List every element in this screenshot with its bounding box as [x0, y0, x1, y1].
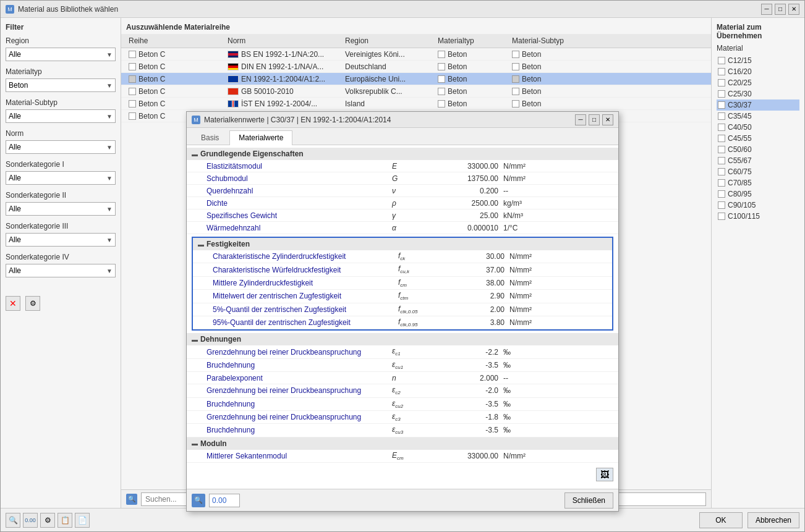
- prop-value: 30.00: [448, 252, 509, 261]
- prop-name: Wärmedehnzahl: [207, 224, 392, 232]
- prop-unit: ‰: [503, 386, 540, 395]
- prop-name: Spezifisches Gewicht: [207, 211, 392, 220]
- prop-name: Bruchdehnung: [207, 361, 392, 369]
- prop-symbol: ν: [392, 187, 441, 195]
- prop-symbol: γ: [392, 211, 441, 220]
- property-row: Wärmedehnzahl α 0.000010 1/°C: [187, 222, 618, 234]
- prop-value: -3.5: [441, 400, 503, 408]
- section-header[interactable]: ▬Grundlegende Eigenschaften: [187, 148, 618, 160]
- prop-symbol: G: [392, 174, 441, 183]
- prop-name: Grenzdehnung bei reiner Druckbeanspruchu…: [207, 348, 392, 357]
- prop-unit: 1/°C: [503, 224, 540, 232]
- modal-image-area: 🖼: [187, 463, 618, 486]
- property-row: 95%-Quantil der zentrischen Zugfestigkei…: [193, 316, 612, 329]
- prop-unit: N/mm²: [503, 174, 540, 183]
- prop-unit: N/mm²: [509, 266, 547, 274]
- prop-symbol: fctk,0.05: [398, 305, 448, 315]
- section-toggle-icon: ▬: [198, 241, 204, 248]
- prop-value: 13750.00: [441, 174, 503, 183]
- modal-tabs: Basis Materialwerte: [187, 128, 618, 145]
- modal-minimize-button[interactable]: ─: [575, 114, 586, 125]
- property-row: Charakteristische Zylinderdruckfestigkei…: [193, 250, 612, 263]
- prop-value: 38.00: [448, 279, 509, 287]
- modal-bottom: 🔍 Schließen: [187, 489, 618, 511]
- prop-unit: N/mm²: [503, 452, 540, 460]
- prop-symbol: ρ: [392, 199, 441, 208]
- image-icon[interactable]: 🖼: [596, 468, 613, 481]
- property-row: Grenzdehnung bei reiner Druckbeanspruchu…: [187, 384, 618, 397]
- prop-symbol: fctm: [398, 291, 448, 301]
- section-header[interactable]: ▬Festigkeiten: [193, 238, 612, 250]
- prop-symbol: εcu1: [392, 360, 441, 370]
- prop-value: -3.5: [441, 426, 503, 434]
- modal-content: ▬Grundlegende Eigenschaften Elastizitäts…: [187, 145, 618, 489]
- prop-unit: N/mm²: [509, 279, 547, 287]
- modal-dialog: M Materialkennwerte | C30/37 | EN 1992-1…: [186, 111, 619, 512]
- tab-materialwerte[interactable]: Materialwerte: [229, 130, 292, 145]
- property-row: Querdehnzahl ν 0.200 --: [187, 185, 618, 197]
- prop-unit: kN/m³: [503, 211, 540, 220]
- prop-name: 95%-Quantil der zentrischen Zugfestigkei…: [213, 318, 398, 327]
- prop-unit: N/mm²: [509, 318, 547, 327]
- prop-value: 2.00: [448, 305, 509, 314]
- prop-value: 0.200: [441, 187, 503, 195]
- prop-name: Grenzdehnung bei reiner Druckbeanspruchu…: [207, 413, 392, 421]
- prop-value: -3.5: [441, 361, 503, 369]
- prop-name: Bruchdehnung: [207, 400, 392, 408]
- property-row: Grenzdehnung bei reiner Druckbeanspruchu…: [187, 345, 618, 358]
- property-row: Mittlere Zylinderdruckfestigkeit fcm 38.…: [193, 277, 612, 290]
- tab-basis[interactable]: Basis: [192, 130, 228, 145]
- prop-symbol: E: [392, 162, 441, 171]
- prop-unit: --: [503, 374, 540, 382]
- property-row: Bruchdehnung εcu2 -3.5 ‰: [187, 398, 618, 411]
- property-row: 5%-Quantil der zentrischen Zugfestigkeit…: [193, 303, 612, 316]
- prop-symbol: εcu3: [392, 425, 441, 435]
- prop-unit: N/mm²: [503, 162, 540, 171]
- property-row: Grenzdehnung bei reiner Druckbeanspruchu…: [187, 411, 618, 424]
- section-title: Festigkeiten: [207, 240, 250, 248]
- section-title: Grundlegende Eigenschaften: [200, 150, 304, 158]
- prop-symbol: εc3: [392, 412, 441, 422]
- prop-symbol: α: [392, 224, 441, 232]
- prop-symbol: εc1: [392, 347, 441, 357]
- property-row: Spezifisches Gewicht γ 25.00 kN/m³: [187, 209, 618, 222]
- section-header[interactable]: ▬Dehnungen: [187, 333, 618, 345]
- section-festigkeiten: ▬Festigkeiten Charakteristische Zylinder…: [192, 237, 613, 331]
- prop-unit: ‰: [503, 400, 540, 408]
- section-toggle-icon: ▬: [192, 151, 198, 158]
- section-toggle-icon: ▬: [192, 336, 198, 343]
- section-toggle-icon: ▬: [192, 440, 198, 447]
- property-row: Elastizitätsmodul E 33000.00 N/mm²: [187, 160, 618, 172]
- property-row: Schubmodul G 13750.00 N/mm²: [187, 172, 618, 185]
- modal-close-btn[interactable]: Schließen: [564, 492, 613, 509]
- prop-value: 33000.00: [441, 452, 503, 460]
- prop-name: Charakteristische Würfeldruckfestigkeit: [213, 266, 398, 274]
- property-row: Bruchdehnung εcu1 -3.5 ‰: [187, 359, 618, 372]
- prop-value: 2500.00: [441, 199, 503, 208]
- prop-symbol: fctk,0.95: [398, 318, 448, 327]
- modal-titlebar: M Materialkennwerte | C30/37 | EN 1992-1…: [187, 112, 618, 128]
- prop-value: 33000.00: [441, 162, 503, 171]
- prop-name: Dichte: [207, 199, 392, 208]
- modal-input[interactable]: [209, 494, 240, 507]
- prop-symbol: fck: [398, 251, 448, 261]
- modal-title: Materialkennwerte | C30/37 | EN 1992-1-1…: [204, 116, 391, 124]
- prop-value: 2.90: [448, 292, 509, 300]
- prop-value: 37.00: [448, 266, 509, 274]
- prop-unit: ‰: [503, 361, 540, 369]
- prop-unit: N/mm²: [509, 292, 547, 300]
- property-row: Bruchdehnung εcu3 -3.5 ‰: [187, 424, 618, 437]
- prop-symbol: fcm: [398, 278, 448, 288]
- prop-name: Elastizitätsmodul: [207, 162, 392, 171]
- prop-name: Parabelexponent: [207, 374, 392, 382]
- prop-value: 3.80: [448, 318, 509, 327]
- section-header[interactable]: ▬Moduln: [187, 437, 618, 450]
- prop-name: Schubmodul: [207, 174, 392, 183]
- prop-value: -2.2: [441, 348, 503, 357]
- property-row: Mittelwert der zentrischen Zugfestigkeit…: [193, 290, 612, 303]
- modal-close-button[interactable]: ✕: [602, 114, 613, 125]
- property-row: Charakteristische Würfeldruckfestigkeit …: [193, 263, 612, 276]
- property-row: Mittlerer Sekantenmodul Ecm 33000.00 N/m…: [187, 450, 618, 463]
- modal-maximize-button[interactable]: □: [589, 114, 600, 125]
- prop-name: Bruchdehnung: [207, 426, 392, 434]
